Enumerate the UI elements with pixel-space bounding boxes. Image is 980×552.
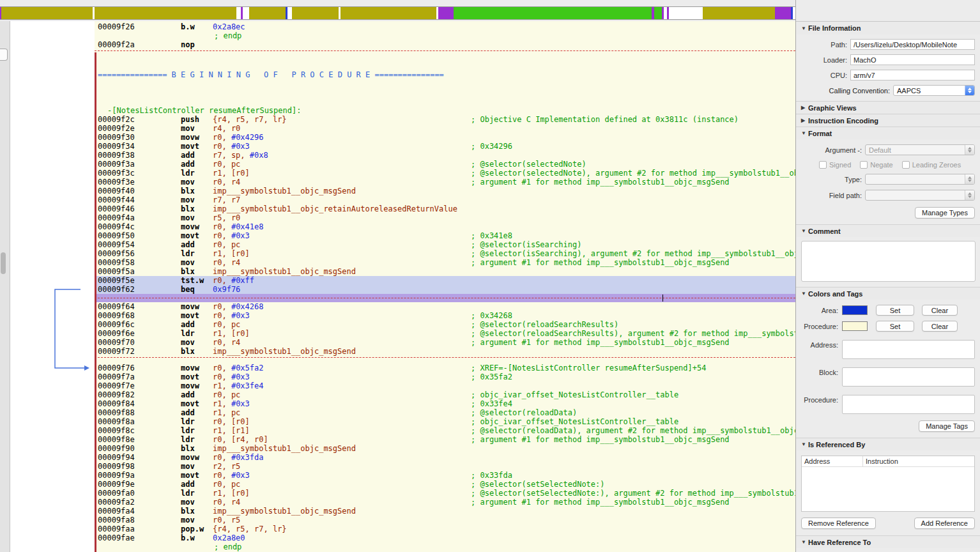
disclosure-triangle-icon[interactable]: ▼ [801,130,808,136]
manage-tags-button[interactable]: Manage Tags [919,420,975,432]
type-dropdown[interactable] [865,174,975,185]
section-format[interactable]: ▼ Format [796,126,980,139]
asm-ins[interactable]: 00009f30movwr0, #0x4296 [95,133,795,142]
asm-ins[interactable]: 00009f7emovwr1, #0x3fe4 [95,381,795,390]
asm-ins[interactable]: 00009f94movwr0, #0x3fda [95,453,795,462]
asm-ins[interactable]: 00009f2cpush{r4, r5, r7, lr}; Objective … [95,115,795,124]
asm-label[interactable]: -[NotesListController resumeAfterSuspend… [95,106,795,115]
asm-ins[interactable]: 00009f4cmovwr0, #0x41e8 [95,222,795,231]
disclosure-triangle-icon[interactable]: ▶ [801,118,808,123]
section-graphic-views[interactable]: ▶ Graphic Views [796,101,980,114]
asm-ins[interactable]: 00009f40blximp___symbolstub1__objc_msgSe… [95,187,795,195]
asm-ins[interactable]: 00009f58movr0, r4; argument #1 for metho… [95,258,795,267]
disclosure-triangle-icon[interactable]: ▼ [801,26,808,31]
asm-ins[interactable]: 00009f70movr0, r4; argument #1 for metho… [95,338,795,347]
section-colors-and-tags[interactable]: ▼ Colors and Tags [796,287,980,300]
asm-ins[interactable]: 00009f2emovr4, r0 [95,124,795,133]
asm-ins[interactable]: 00009f7amovtr0, #0x3; 0x35fa2 [95,372,795,381]
disclosure-triangle-icon[interactable]: ▶ [801,105,808,111]
asm-ins[interactable]: 00009f72blximp___symbolstub1__objc_msgSe… [95,347,795,356]
asm-ins[interactable]: 00009f76movwr0, #0x5fa2; XREF=-[NotesLis… [95,364,795,372]
path-field[interactable] [850,39,975,50]
asm-ins[interactable]: 00009f8eldrr0, [r4, r0]; argument #1 for… [95,435,795,444]
signed-checkbox[interactable] [819,161,827,169]
asm-sepsel[interactable] [95,294,795,302]
asm-endp[interactable]: ; endp [95,542,795,551]
procedure-set-button[interactable]: Set [876,321,914,332]
nav-segment[interactable] [454,7,652,19]
asm-ins[interactable]: 00009f62beq0x9f76 [95,285,795,294]
area-set-button[interactable]: Set [876,305,914,316]
asm-ins[interactable]: 00009f34movtr0, #0x3; 0x34296 [95,142,795,151]
asm-ins[interactable]: 00009fa2movr0, r4; argument #1 for metho… [95,498,795,507]
panel-handle[interactable] [0,49,8,61]
field-path-dropdown[interactable] [865,190,975,201]
asm-ins[interactable]: 00009f26b.w0x2a8ec [95,22,795,31]
asm-ins[interactable]: 00009f50movtr0, #0x3; 0x341e8 [95,231,795,240]
nav-segment[interactable] [1,7,93,19]
negate-checkbox[interactable] [860,161,868,169]
asm-ins[interactable]: 00009f9amovtr0, #0x3; 0x33fda [95,471,795,480]
section-have-reference-to[interactable]: ▼ Have Reference To [796,535,980,548]
asm-ins[interactable]: 00009f84movtr1, #0x3; 0x33fe4 [95,399,795,408]
asm-ins[interactable]: 00009f38addr7, sp, #0x8 [95,151,795,160]
add-reference-button[interactable]: Add Reference [914,518,975,529]
area-clear-button[interactable]: Clear [922,305,958,316]
asm-ins[interactable]: 00009f82addr0, pc; objc_ivar_offset_Note… [95,390,795,399]
asm-ins[interactable]: 00009fa8movr0, r5 [95,516,795,525]
asm-ins[interactable]: 00009f8cldrr1, [r1]; @selector(reloadDat… [95,426,795,435]
disclosure-triangle-icon[interactable]: ▼ [801,441,808,447]
asm-ins[interactable]: 00009faapop.w{r4, r5, r7, lr} [95,525,795,533]
disclosure-triangle-icon[interactable]: ▼ [801,228,808,234]
leading-zeroes-checkbox[interactable] [902,161,910,169]
asm-ins[interactable]: 00009f6caddr0, pc; @selector(reloadSearc… [95,320,795,329]
scrollbar-thumb[interactable] [1,252,6,274]
disclosure-triangle-icon[interactable]: ▼ [801,539,808,545]
asm-ins[interactable]: 00009f88addr1, pc; @selector(reloadData) [95,408,795,417]
nav-segment[interactable] [292,7,339,19]
asm-ins[interactable]: 00009faeb.w0x2a8e0 [95,533,795,542]
asm-ins[interactable]: 00009f3emovr0, r4; argument #1 for metho… [95,178,795,187]
procedure-tag-field[interactable] [842,395,975,414]
asm-endp[interactable]: ; endp [95,31,795,40]
asm-ins[interactable]: 00009f4amovr5, r0 [95,213,795,222]
procedure-color-swatch[interactable] [842,321,868,331]
asm-ins[interactable]: 00009f56ldrr1, [r0]; @selector(isSearchi… [95,249,795,258]
comment-textarea[interactable] [801,241,976,282]
section-file-information[interactable]: ▼ File Information [796,22,980,34]
asm-ins[interactable]: 00009fa4blximp___symbolstub1__objc_msgSe… [95,507,795,516]
calling-convention-dropdown[interactable]: AAPCS [893,85,975,96]
asm-ins[interactable]: 00009f64movwr0, #0x4268 [95,302,795,311]
nav-segment[interactable] [669,7,703,19]
nav-segment[interactable] [249,7,286,19]
section-is-referenced-by[interactable]: ▼ Is Referenced By [796,438,980,450]
asm-ins[interactable]: 00009fa0ldrr1, [r0]; @selector(setSelect… [95,489,795,498]
block-tag-field[interactable] [842,367,975,387]
cpu-field[interactable] [850,70,975,80]
nav-segment[interactable] [703,7,775,19]
disassembly-listing[interactable]: 00009f26b.w0x2a8ec; endp00009f2anop=====… [95,21,795,552]
asm-ins[interactable]: 00009f5etst.wr0, #0xff [95,276,795,285]
navigation-bar[interactable] [0,6,795,20]
disclosure-triangle-icon[interactable]: ▼ [801,291,808,296]
nav-segment[interactable] [438,7,454,19]
asm-ins[interactable]: 00009f68movtr0, #0x3; 0x34268 [95,311,795,320]
manage-types-button[interactable]: Manage Types [915,207,975,218]
asm-sep[interactable] [95,49,795,52]
loader-field[interactable] [850,54,975,65]
asm-ins[interactable]: 00009f98movr2, r5 [95,462,795,471]
nav-segment[interactable] [775,7,791,19]
asm-ins[interactable]: 00009f3cldrr1, [r0]; @selector(selectedN… [95,169,795,178]
asm-ins[interactable]: 00009f44movr7, r7 [95,195,795,204]
asm-ins[interactable]: 00009f3aaddr0, pc; @selector(selectedNot… [95,160,795,169]
nav-segment[interactable] [654,7,662,19]
nav-segment[interactable] [243,7,249,19]
asm-ins[interactable]: 00009f54addr0, pc; @selector(isSearching… [95,240,795,249]
section-comment[interactable]: ▼ Comment [796,224,980,237]
asm-ins[interactable]: 00009f5ablximp___symbolstub1__objc_msgSe… [95,267,795,276]
references-table[interactable]: Address Instruction [801,456,975,512]
asm-ins[interactable]: 00009f2anop [95,40,795,49]
asm-ins[interactable]: 00009f6eldrr1, [r0]; @selector(reloadSea… [95,329,795,338]
area-color-swatch[interactable] [842,305,868,315]
asm-ins[interactable]: 00009f9eaddr0, pc; @selector(setSelected… [95,480,795,489]
